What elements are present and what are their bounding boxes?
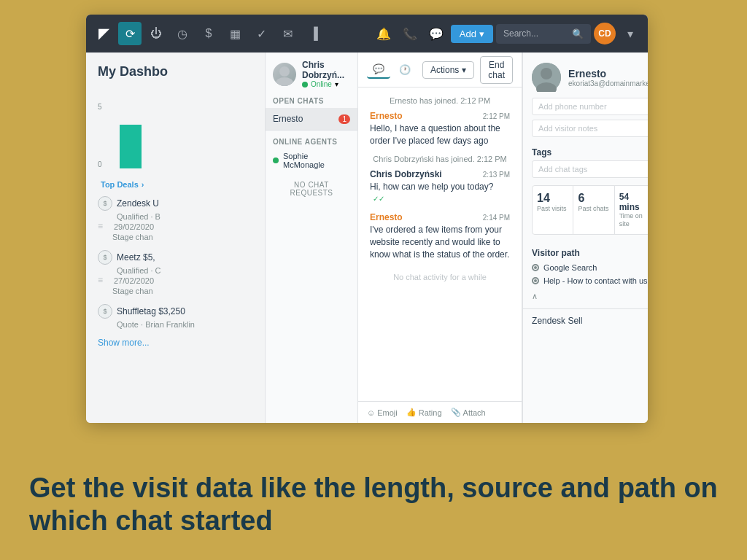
svg-point-5 [534, 266, 537, 269]
nav-icon-phone[interactable]: 📞 [398, 22, 422, 45]
msg-sender-1: Ernesto [370, 111, 403, 121]
chat-footer: ☺ Emoji 👍 Rating 📎 Attach [358, 401, 522, 423]
msg-time-2: 2:14 PM [483, 214, 510, 222]
open-chats-label: OPEN CHATS [266, 93, 357, 108]
tags-label: Tags [532, 147, 551, 158]
msg-sender-2: Ernesto [370, 212, 403, 222]
nav-icon-mail[interactable]: ✉ [276, 22, 299, 45]
stat-past-chats: 6 Past chats [573, 186, 614, 234]
visitor-header: Ernesto ekoriat3a@domainmarket.com [523, 52, 648, 98]
actions-label: Actions [430, 65, 459, 75]
msg-text-chris: Hi, how can we help you today? ✓✓ [370, 181, 510, 206]
chart-area: 5 0 [98, 88, 253, 168]
deal-icon-1: $ [98, 196, 112, 211]
show-more-link[interactable]: Show more... [98, 338, 253, 348]
chat-list-header: Chris Dobrzyń... Online ▾ [266, 52, 357, 93]
nav-icon-check[interactable]: ✓ [249, 22, 273, 45]
nav-icon-clock[interactable]: ◷ [171, 22, 194, 45]
stat-past-visits: 14 Past visits [533, 186, 573, 234]
nav-icon-calendar[interactable]: ▦ [223, 22, 247, 45]
zendesk-footer: Zendesk Sell ◤ [523, 308, 648, 332]
attach-button[interactable]: 📎 Attach [451, 408, 486, 417]
nav-icon-dollar[interactable]: $ [197, 22, 220, 45]
deal-status-2: Qualified · C [117, 266, 253, 275]
deal-status-3: Quote · Brian Franklin [117, 320, 253, 329]
msg-text-1: Hello, I have a question about the order… [370, 122, 510, 147]
online-agents-label: ONLINE AGENTS [266, 131, 357, 149]
chart-label-high: 5 [98, 103, 102, 111]
dashboard-title: My Dashbo [98, 64, 253, 79]
svg-point-6 [534, 279, 537, 282]
brand-logo[interactable]: ◤ [92, 22, 115, 45]
visitor-path-header: Visitor path [523, 242, 648, 261]
tab-messages[interactable]: 💬 [367, 61, 390, 79]
deal-name-3: Shuffletag $3,250 [117, 306, 185, 316]
msg-ernesto-1: Ernesto 2:12 PM Hello, I have a question… [370, 111, 510, 147]
deal-item-2: $ Meetz $5, Qualified · C ≡ 27/02/2020 S… [98, 250, 253, 295]
svg-point-0 [279, 66, 290, 77]
emoji-button[interactable]: ☺ Emoji [367, 408, 398, 417]
chat-main-panel: 💬 🕐 Actions ▾ End chat Ernesto has joine… [358, 52, 522, 423]
attach-icon: 📎 [451, 408, 461, 417]
deal-icon-3: $ [98, 304, 112, 319]
status-text: Online [311, 80, 332, 88]
chevron-collapse[interactable]: ∧ [523, 287, 648, 306]
rating-button[interactable]: 👍 Rating [406, 408, 442, 417]
search-bar[interactable]: Search... 🔍 [496, 24, 591, 44]
nav-icon-power[interactable]: ⏻ [144, 22, 168, 45]
end-chat-button[interactable]: End chat [480, 56, 513, 84]
stat-time-on-site: 54 mins Time on site [615, 186, 648, 234]
visitor-panel: Ernesto ekoriat3a@domainmarket.com Add p… [522, 52, 648, 423]
stage-text-1: Stage chan [112, 233, 153, 241]
nav-icon-active[interactable]: ⟳ [118, 22, 142, 45]
tags-header: Tags ? [523, 141, 648, 160]
add-button[interactable]: Add ▾ [451, 25, 493, 43]
actions-button[interactable]: Actions ▾ [422, 61, 474, 79]
stats-row: 14 Past visits 6 Past chats 54 mins Time… [532, 185, 648, 235]
stat-time-label: Time on site [619, 212, 648, 228]
chat-list-panel: Chris Dobrzyń... Online ▾ OPEN CHATS Ern… [265, 52, 358, 423]
nav-icon-more[interactable]: ▾ [619, 22, 642, 45]
stage-icon-2: ≡ [98, 275, 109, 287]
stat-visits-number: 14 [537, 192, 568, 205]
path-dot-1 [532, 264, 539, 271]
svg-point-1 [276, 77, 293, 86]
messages-area: Ernesto has joined. 2:12 PM Ernesto 2:12… [358, 88, 522, 401]
chat-badge: 1 [338, 114, 350, 124]
svg-point-3 [541, 68, 552, 79]
user-avatar[interactable]: CD [594, 23, 616, 44]
bottom-text: Get the visit data like the length, sour… [29, 472, 718, 538]
phone-field[interactable]: Add phone number [532, 98, 648, 115]
tags-input[interactable]: Add chat tags [532, 160, 648, 178]
deal-name-1: Zendesk U [117, 198, 159, 209]
agent-name: Chris Dobrzyń... [302, 60, 350, 80]
msg-ernesto-2: Ernesto 2:14 PM I've ordered a few items… [370, 212, 510, 260]
actions-chevron-icon: ▾ [462, 65, 466, 75]
tab-history[interactable]: 🕐 [393, 61, 417, 78]
path-item-2: Help - How to contact with us [523, 274, 648, 287]
stage-date-1: 29/02/2020 [114, 222, 154, 231]
topnav: ◤ ⟳ ⏻ ◷ $ ▦ ✓ ✉ ▐ 🔔 📞 💬 Add ▾ Search... … [86, 15, 648, 52]
agent-avatar-img [273, 63, 296, 86]
path-text-2: Help - How to contact with us [543, 276, 647, 285]
deal-item: $ Zendesk U Qualified · B ≡ 29/02/2020 S… [98, 196, 253, 241]
notes-field[interactable]: Add visitor notes [532, 120, 648, 137]
chart-label-low: 0 [98, 160, 102, 168]
no-requests-label: NO CHAT REQUESTS [266, 172, 357, 206]
nav-icon-bell[interactable]: 🔔 [372, 22, 395, 45]
online-agent-name: Sophie McMonagle [283, 152, 350, 169]
chat-list-item[interactable]: Ernesto 1 [266, 108, 357, 131]
nav-icon-chart[interactable]: ▐ [302, 22, 325, 45]
stage-date-2: 27/02/2020 [114, 276, 154, 285]
top-deals-label: Top Deals [101, 180, 139, 189]
stat-chats-number: 6 [578, 192, 609, 205]
search-text: Search... [503, 28, 538, 39]
msg-chris-1: Chris Dobrzyński 2:13 PM Hi, how can we … [370, 169, 510, 206]
visitor-name: Ernesto [568, 68, 648, 79]
nav-icon-chat[interactable]: 💬 [425, 22, 448, 45]
top-deals-arrow[interactable]: › [142, 180, 144, 189]
dashboard-panel: My Dashbo 5 0 Top Deals › $ Zendesk U Qu… [86, 52, 265, 423]
footer-actions: ☺ Emoji 👍 Rating 📎 Attach [367, 408, 486, 417]
chat-item-name: Ernesto [273, 114, 303, 124]
search-icon: 🔍 [572, 28, 584, 39]
